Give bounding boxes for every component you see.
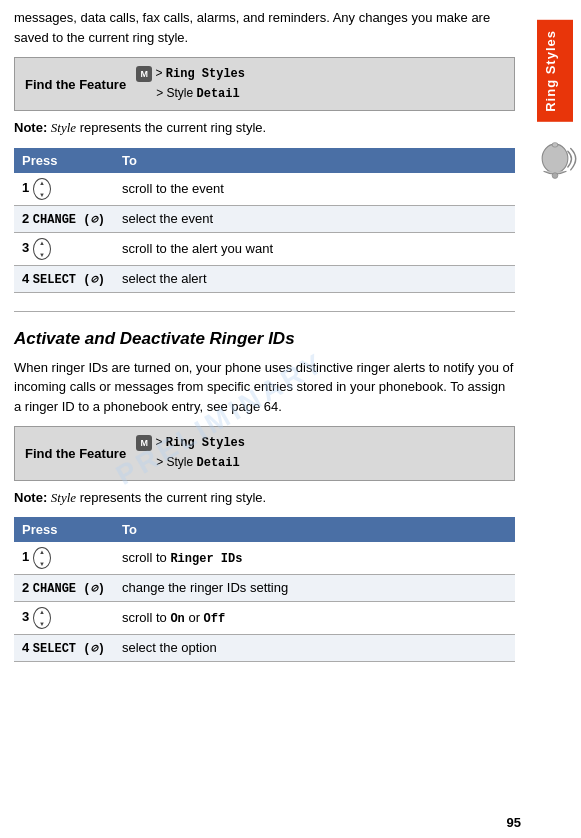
- find-feature-label-2: Find the Feature: [25, 446, 126, 461]
- bell-icon: [533, 137, 577, 187]
- divider: [14, 311, 515, 312]
- find-feature-content-1: M > Ring Styles > Style Detail: [136, 64, 245, 104]
- table-row: 3 scroll to the alert you want: [14, 232, 515, 265]
- sidebar-tab: Ring Styles: [537, 20, 573, 122]
- table1-row2-press: 2 CHANGE (⊘): [14, 205, 114, 232]
- ff2-line2: > Style Detail: [136, 455, 240, 469]
- page-number: 95: [507, 815, 521, 830]
- note-1: Note: Style represents the current ring …: [14, 119, 515, 137]
- table2-row2-press: 2 CHANGE (⊘): [14, 574, 114, 601]
- ff1-line1: > Ring Styles: [155, 66, 245, 80]
- table1-row1-press: 1: [14, 173, 114, 206]
- table2-row4-action: select the option: [114, 634, 515, 661]
- section-body: When ringer IDs are turned on, your phon…: [14, 358, 515, 417]
- table-row: 1 scroll to Ringer IDs: [14, 542, 515, 575]
- intro-text: messages, data calls, fax calls, alarms,…: [14, 8, 515, 47]
- scroll-button-icon: [33, 607, 51, 629]
- scroll-button-icon: [33, 547, 51, 569]
- change-key: CHANGE (⊘): [33, 213, 105, 227]
- table1-row3-press: 3: [14, 232, 114, 265]
- table2-row3-action: scroll to On or Off: [114, 601, 515, 634]
- ff2-ring-styles: Ring Styles: [166, 436, 245, 450]
- table-row: 4 SELECT (⊘) select the option: [14, 634, 515, 661]
- table1-header-press: Press: [14, 148, 114, 173]
- change-key-2: CHANGE (⊘): [33, 582, 105, 596]
- main-content: messages, data calls, fax calls, alarms,…: [0, 0, 529, 838]
- select-key-2: SELECT (⊘): [33, 642, 105, 656]
- find-feature-box-1: Find the Feature M > Ring Styles > Style…: [14, 57, 515, 111]
- ff1-detail: Detail: [196, 87, 239, 101]
- table2-row1-action: scroll to Ringer IDs: [114, 542, 515, 575]
- right-sidebar: Ring Styles: [529, 0, 581, 838]
- table2-header-press: Press: [14, 517, 114, 542]
- bell-icon-container: [531, 132, 579, 192]
- off-code: Off: [204, 612, 226, 626]
- table-row: 2 CHANGE (⊘) select the event: [14, 205, 515, 232]
- menu-icon-2: M: [136, 435, 152, 451]
- section-heading: Activate and Deactivate Ringer IDs: [14, 328, 515, 350]
- ff1-line2: > Style Detail: [136, 86, 240, 100]
- svg-point-0: [542, 144, 568, 173]
- table-row: 3 scroll to On or Off: [14, 601, 515, 634]
- select-key: SELECT (⊘): [33, 273, 105, 287]
- scroll-button-icon: [33, 238, 51, 260]
- on-code: On: [170, 612, 184, 626]
- table-row: 4 SELECT (⊘) select the alert: [14, 265, 515, 292]
- find-feature-label-1: Find the Feature: [25, 77, 126, 92]
- table1-row4-press: 4 SELECT (⊘): [14, 265, 114, 292]
- table1-row3-action: scroll to the alert you want: [114, 232, 515, 265]
- table-1: Press To 1 scroll to the event 2 CHANGE …: [14, 148, 515, 293]
- ff2-detail: Detail: [196, 456, 239, 470]
- svg-point-2: [552, 173, 558, 179]
- scroll-button-icon: [33, 178, 51, 200]
- table2-row3-press: 3: [14, 601, 114, 634]
- table-row: 1 scroll to the event: [14, 173, 515, 206]
- table1-row4-action: select the alert: [114, 265, 515, 292]
- table2-row1-press: 1: [14, 542, 114, 575]
- table1-row2-action: select the event: [114, 205, 515, 232]
- note-2: Note: Style represents the current ring …: [14, 489, 515, 507]
- table-2: Press To 1 scroll to Ringer IDs 2 CHANGE…: [14, 517, 515, 662]
- table2-row4-press: 4 SELECT (⊘): [14, 634, 114, 661]
- table1-header-to: To: [114, 148, 515, 173]
- table2-header-to: To: [114, 517, 515, 542]
- ff1-ring-styles: Ring Styles: [166, 67, 245, 81]
- table2-row2-action: change the ringer IDs setting: [114, 574, 515, 601]
- svg-rect-1: [552, 143, 558, 147]
- ff2-line1: > Ring Styles: [155, 435, 245, 449]
- table-row: 2 CHANGE (⊘) change the ringer IDs setti…: [14, 574, 515, 601]
- table1-row1-action: scroll to the event: [114, 173, 515, 206]
- find-feature-box-2: Find the Feature M > Ring Styles > Style…: [14, 426, 515, 480]
- find-feature-content-2: M > Ring Styles > Style Detail: [136, 433, 245, 473]
- menu-icon-1: M: [136, 66, 152, 82]
- ringer-ids-code: Ringer IDs: [170, 552, 242, 566]
